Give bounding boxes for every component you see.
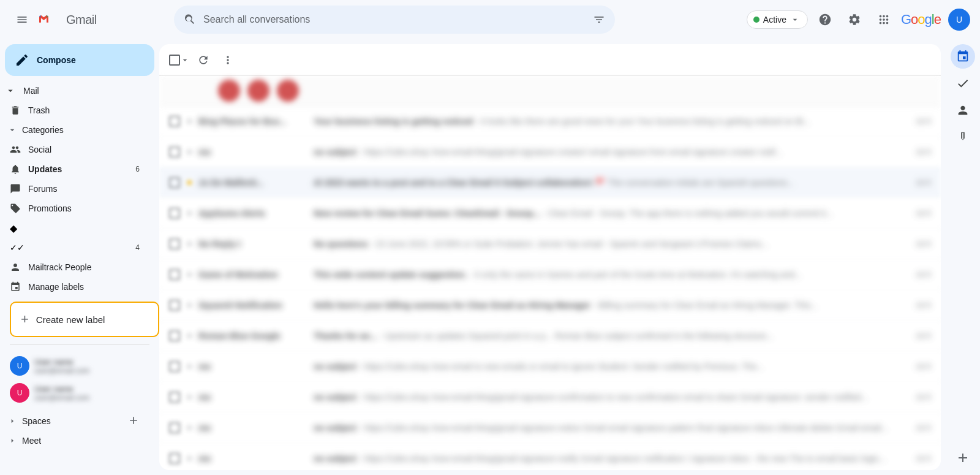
email-checkbox[interactable] bbox=[169, 146, 180, 158]
email-sender: me bbox=[198, 423, 309, 433]
sidebar: Compose Mail Trash Categories Social Upd… bbox=[0, 39, 159, 475]
email-star[interactable]: ☆ bbox=[185, 360, 194, 372]
email-star[interactable]: ☆ bbox=[185, 330, 194, 341]
email-checkbox[interactable] bbox=[169, 453, 180, 464]
email-star[interactable]: ☆ bbox=[185, 207, 194, 219]
menu-button[interactable] bbox=[10, 7, 34, 32]
table-row[interactable]: ☆ No Reply t No questions - 23 June 2022… bbox=[159, 229, 941, 259]
sidebar-item-forums[interactable]: Forums bbox=[0, 179, 149, 199]
label1-icon: ◆ bbox=[10, 222, 17, 234]
table-row[interactable]: ☆ me no subject - https://1dev.shop /new… bbox=[159, 382, 941, 412]
help-button[interactable] bbox=[813, 7, 837, 32]
status-dot bbox=[753, 17, 760, 23]
search-bar[interactable] bbox=[174, 6, 615, 34]
create-label-text: Create new label bbox=[36, 314, 105, 325]
spaces-chevron-icon bbox=[7, 416, 17, 426]
email-checkbox[interactable] bbox=[169, 392, 180, 403]
settings-button[interactable] bbox=[842, 7, 867, 32]
table-row[interactable]: ☆ Squareit Notification Hello here's you… bbox=[159, 290, 941, 321]
categories-expand-icon bbox=[7, 125, 17, 135]
status-label: Active bbox=[763, 15, 786, 25]
meet-chevron-icon bbox=[7, 436, 17, 446]
right-sidebar-add-button[interactable] bbox=[951, 446, 975, 470]
right-sidebar-keep[interactable] bbox=[951, 125, 975, 150]
email-time: Jul 6 bbox=[907, 332, 931, 340]
table-row[interactable]: ☆ Game of Motivation This wide content u… bbox=[159, 259, 941, 290]
email-star[interactable]: ☆ bbox=[185, 268, 194, 280]
email-star[interactable]: ☆ bbox=[185, 452, 194, 464]
right-sidebar-calendar[interactable] bbox=[951, 44, 975, 69]
email-star[interactable]: ☆ bbox=[185, 238, 194, 249]
sidebar-avatar-1: U bbox=[10, 356, 29, 376]
select-all-checkbox[interactable] bbox=[169, 55, 190, 66]
forums-icon bbox=[10, 183, 21, 194]
sidebar-user-2[interactable]: U User name user@email.com bbox=[10, 379, 149, 406]
sidebar-item-mailtrack[interactable]: Mailtrack People bbox=[0, 257, 149, 277]
table-row[interactable]: ☆ me no subject - https://1dev.shop /new… bbox=[159, 443, 941, 470]
sidebar-item-social[interactable]: Social bbox=[0, 140, 149, 159]
table-row[interactable]: ★ Jo De Malfenti... Al 2023 wants to a p… bbox=[159, 167, 941, 198]
search-filter-icon[interactable] bbox=[593, 13, 605, 26]
meet-label: Meet bbox=[22, 436, 41, 446]
updates-icon bbox=[10, 164, 21, 175]
email-sender: Bing Places for Bus... bbox=[198, 116, 309, 126]
email-content: no subject - https://1dev.shop /new-emai… bbox=[314, 454, 902, 463]
email-content: New review for Clear Email Sumo: ClearEm… bbox=[314, 208, 902, 218]
email-sender: me bbox=[198, 147, 309, 157]
table-row[interactable]: ☆ AppSumo Alerts New review for Clear Em… bbox=[159, 198, 941, 229]
sidebar-item-trash[interactable]: Trash bbox=[0, 101, 149, 120]
right-sidebar-tasks[interactable] bbox=[951, 71, 975, 96]
email-star[interactable]: ☆ bbox=[185, 115, 194, 127]
apps-button[interactable] bbox=[872, 7, 896, 32]
email-time: Jul 6 bbox=[907, 148, 931, 156]
spaces-section-header[interactable]: Spaces bbox=[0, 411, 149, 431]
right-sidebar-contacts[interactable] bbox=[951, 98, 975, 123]
email-star[interactable]: ☆ bbox=[185, 422, 194, 433]
sidebar-item-label2[interactable]: ✓✓ 4 bbox=[0, 238, 149, 257]
table-row[interactable]: ☆ me no subject - https://1dev.shop /new… bbox=[159, 351, 941, 382]
email-checkbox[interactable] bbox=[169, 208, 180, 219]
sidebar-item-label1[interactable]: ◆ bbox=[0, 218, 149, 238]
email-checkbox[interactable] bbox=[169, 422, 180, 433]
sidebar-item-updates[interactable]: Updates 6 bbox=[0, 159, 149, 179]
sidebar-divider bbox=[10, 344, 149, 345]
meet-section-header[interactable]: Meet bbox=[0, 431, 149, 450]
more-options-button[interactable] bbox=[217, 49, 239, 71]
email-checkbox[interactable] bbox=[169, 116, 180, 127]
select-dropdown-icon[interactable] bbox=[180, 55, 190, 65]
email-checkbox[interactable] bbox=[169, 330, 180, 341]
email-panel: ☆ Bing Places for Bus... Your business l… bbox=[159, 44, 941, 470]
email-checkbox[interactable] bbox=[169, 300, 180, 311]
categories-section-header[interactable]: Categories bbox=[0, 120, 149, 140]
email-checkbox[interactable] bbox=[169, 238, 180, 249]
email-list: ☆ Bing Places for Bus... Your business l… bbox=[159, 76, 941, 470]
create-new-label-button[interactable]: + Create new label bbox=[10, 302, 159, 337]
sidebar-user-1[interactable]: U User name user@email.com bbox=[10, 352, 149, 379]
email-checkbox[interactable] bbox=[169, 269, 180, 280]
avatar[interactable]: U bbox=[948, 9, 970, 31]
status-button[interactable]: Active bbox=[747, 10, 808, 29]
email-content: no subject - https://1dev.shop /new-emai… bbox=[314, 147, 902, 157]
email-star[interactable]: ★ bbox=[185, 177, 194, 188]
email-time: Jul 6 bbox=[907, 393, 931, 401]
table-row[interactable]: ☆ Roman Blue Google Thanks for an... - U… bbox=[159, 321, 941, 351]
spaces-add-icon[interactable] bbox=[127, 414, 140, 428]
sidebar-item-promotions[interactable]: Promotions bbox=[0, 199, 149, 218]
table-row[interactable]: ☆ me no subject - https://1dev.shop /new… bbox=[159, 412, 941, 443]
email-star[interactable]: ☆ bbox=[185, 391, 194, 403]
email-checkbox[interactable] bbox=[169, 177, 180, 188]
search-input[interactable] bbox=[203, 14, 586, 25]
refresh-button[interactable] bbox=[192, 49, 214, 71]
updates-label: Updates bbox=[28, 164, 62, 174]
table-row[interactable]: ☆ Bing Places for Bus... Your business l… bbox=[159, 106, 941, 137]
select-all-check[interactable] bbox=[169, 55, 180, 66]
email-star[interactable]: ☆ bbox=[185, 146, 194, 158]
table-row[interactable]: ☆ me no subject - https://1dev.shop /new… bbox=[159, 137, 941, 167]
sidebar-avatar-2: U bbox=[10, 383, 29, 403]
sidebar-item-manage-labels[interactable]: Manage labels bbox=[0, 277, 149, 297]
email-content: Al 2023 wants to a post and to a Clear E… bbox=[314, 178, 902, 188]
compose-button[interactable]: Compose bbox=[5, 44, 154, 76]
email-checkbox[interactable] bbox=[169, 361, 180, 372]
email-content: No questions - 23 June 2022, 19:59% or S… bbox=[314, 239, 902, 249]
email-star[interactable]: ☆ bbox=[185, 299, 194, 311]
